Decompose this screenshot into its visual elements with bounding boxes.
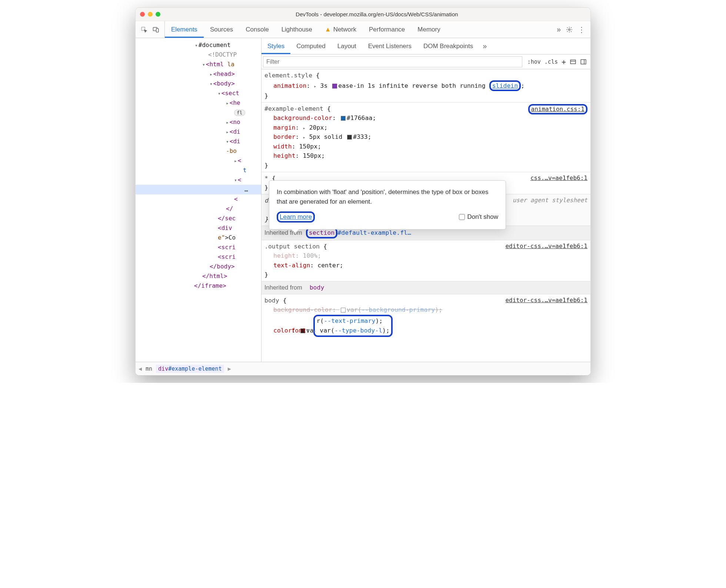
filter-row: :hov .cls + bbox=[262, 54, 590, 69]
close-icon[interactable] bbox=[140, 12, 145, 17]
computed-toggle-icon[interactable] bbox=[570, 59, 576, 65]
expand-icon[interactable] bbox=[202, 61, 206, 68]
titlebar: DevTools - developer.mozilla.org/en-US/d… bbox=[136, 8, 590, 21]
checkbox-icon[interactable] bbox=[459, 214, 465, 220]
tab-layout[interactable]: Layout bbox=[332, 38, 362, 54]
hov-toggle[interactable]: :hov bbox=[527, 59, 541, 65]
filter-actions: :hov .cls + bbox=[524, 57, 590, 66]
tab-computed[interactable]: Computed bbox=[290, 38, 331, 54]
svg-rect-6 bbox=[581, 60, 586, 64]
expand-icon[interactable] bbox=[210, 80, 213, 87]
source-link[interactable]: editor-css.…v=ae1feb6:1 bbox=[505, 296, 587, 305]
maximize-icon[interactable] bbox=[156, 12, 160, 17]
color-swatch-icon bbox=[341, 308, 346, 313]
svg-rect-4 bbox=[570, 60, 576, 64]
source-link: user agent stylesheet bbox=[513, 196, 587, 205]
styles-tabs: Styles Computed Layout Event Listeners D… bbox=[262, 38, 590, 54]
expand-icon[interactable] bbox=[234, 157, 238, 164]
tab-console[interactable]: Console bbox=[239, 21, 275, 38]
dont-show-checkbox[interactable]: Don't show bbox=[459, 212, 498, 222]
more-tabs-icon[interactable]: » bbox=[479, 42, 490, 50]
css-rules[interactable]: element.style { animation: ▸ 3s ease-in … bbox=[262, 69, 590, 362]
dom-tree[interactable]: #document <!DOCTYP <html la <head> <body… bbox=[136, 38, 262, 362]
tab-event-listeners[interactable]: Event Listeners bbox=[362, 38, 417, 54]
rule-body[interactable]: editor-css.…v=ae1feb6:1 body { backgroun… bbox=[262, 294, 590, 339]
expand-icon[interactable] bbox=[226, 128, 230, 135]
tooltip-text: In combination with 'float' and 'positio… bbox=[277, 187, 498, 207]
main-area: #document <!DOCTYP <html la <head> <body… bbox=[136, 38, 590, 362]
inspect-tools bbox=[136, 21, 165, 38]
rule-output-section[interactable]: editor-css.…v=ae1feb6:1 .output section … bbox=[262, 240, 590, 281]
expand-icon[interactable] bbox=[226, 99, 230, 106]
styles-panel: Styles Computed Layout Event Listeners D… bbox=[262, 38, 590, 362]
expand-icon[interactable] bbox=[226, 118, 230, 126]
sidebar-toggle-icon[interactable] bbox=[580, 59, 587, 65]
source-link[interactable]: editor-css.…v=ae1feb6:1 bbox=[505, 242, 587, 251]
more-tabs-icon[interactable]: » bbox=[557, 25, 561, 34]
color-swatch-icon[interactable] bbox=[341, 116, 346, 121]
minimize-icon[interactable] bbox=[148, 12, 153, 17]
tab-network[interactable]: ▲Network bbox=[319, 21, 363, 38]
breadcrumb-item[interactable]: mn bbox=[146, 365, 152, 372]
expand-icon[interactable] bbox=[210, 70, 213, 77]
learn-more-link[interactable]: Learn more bbox=[280, 213, 312, 220]
tab-styles[interactable]: Styles bbox=[262, 38, 290, 54]
warning-icon: ▲ bbox=[325, 26, 331, 33]
source-link[interactable]: animation.css:1 bbox=[528, 104, 588, 115]
callout-css-vars: r(--text-primary); font: ▸ var(--type-bo… bbox=[313, 315, 393, 337]
svg-rect-2 bbox=[156, 29, 159, 32]
rule-element-style[interactable]: element.style { animation: ▸ 3s ease-in … bbox=[262, 69, 590, 102]
chevron-right-icon[interactable]: ▶ bbox=[228, 365, 231, 372]
easing-icon[interactable] bbox=[332, 84, 337, 88]
main-toolbar: Elements Sources Console Lighthouse ▲Net… bbox=[136, 21, 590, 38]
cls-toggle[interactable]: .cls bbox=[544, 59, 558, 65]
tab-elements[interactable]: Elements bbox=[165, 21, 204, 38]
devtools-window: DevTools - developer.mozilla.org/en-US/d… bbox=[135, 7, 591, 375]
svg-point-3 bbox=[569, 29, 570, 30]
expand-icon[interactable] bbox=[234, 176, 238, 183]
callout-animation-name: slidein bbox=[489, 80, 521, 91]
device-icon[interactable] bbox=[153, 26, 159, 33]
window-title: DevTools - developer.mozilla.org/en-US/d… bbox=[168, 11, 586, 17]
expand-icon[interactable] bbox=[195, 41, 199, 49]
expand-icon[interactable] bbox=[218, 90, 222, 97]
breadcrumb-item-selected[interactable]: div#example-element bbox=[156, 365, 224, 373]
tab-lighthouse[interactable]: Lighthouse bbox=[275, 21, 319, 38]
callout-learn-more: Learn more bbox=[277, 211, 315, 223]
selected-node[interactable]: … bbox=[136, 185, 261, 194]
breadcrumb: ◀ mn div#example-element ▶ bbox=[136, 362, 590, 375]
expand-icon[interactable] bbox=[226, 138, 230, 145]
color-swatch-icon[interactable] bbox=[347, 135, 352, 140]
source-link[interactable]: css.…v=ae1feb6:1 bbox=[530, 174, 587, 183]
gear-icon[interactable] bbox=[566, 26, 573, 33]
panel-tabs: Elements Sources Console Lighthouse ▲Net… bbox=[165, 21, 552, 38]
rule-example-element[interactable]: animation.css:1 #example-element { backg… bbox=[262, 102, 590, 172]
kebab-icon[interactable]: ⋮ bbox=[578, 28, 585, 31]
inspect-icon[interactable] bbox=[141, 26, 147, 33]
tab-memory[interactable]: Memory bbox=[411, 21, 446, 38]
toolbar-right: » ⋮ bbox=[552, 25, 590, 34]
filter-input[interactable] bbox=[263, 56, 522, 67]
tab-sources[interactable]: Sources bbox=[204, 21, 239, 38]
window-controls bbox=[140, 12, 160, 17]
tab-dom-breakpoints[interactable]: DOM Breakpoints bbox=[417, 38, 479, 54]
new-rule-icon[interactable]: + bbox=[562, 57, 566, 66]
chevron-left-icon[interactable]: ◀ bbox=[139, 365, 142, 372]
property-tooltip: In combination with 'float' and 'positio… bbox=[269, 180, 506, 230]
tab-performance[interactable]: Performance bbox=[363, 21, 411, 38]
inherited-body-bar: Inherited from body bbox=[262, 281, 590, 294]
